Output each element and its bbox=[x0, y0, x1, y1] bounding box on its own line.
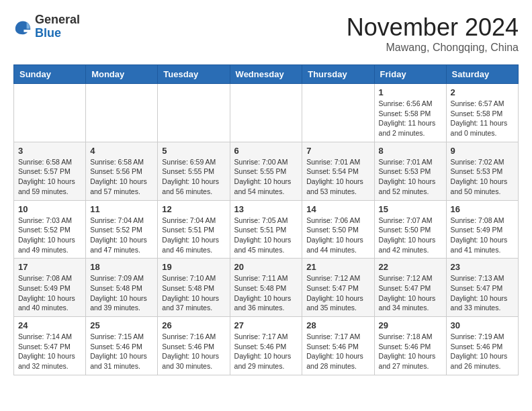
day-info: Sunrise: 7:01 AM Sunset: 5:54 PM Dayligh… bbox=[306, 157, 369, 197]
calendar-week-5: 24Sunrise: 7:14 AM Sunset: 5:47 PM Dayli… bbox=[14, 317, 519, 375]
day-number: 2 bbox=[451, 87, 514, 97]
calendar-cell: 13Sunrise: 7:05 AM Sunset: 5:51 PM Dayli… bbox=[230, 200, 302, 259]
day-info: Sunrise: 7:04 AM Sunset: 5:52 PM Dayligh… bbox=[90, 216, 153, 255]
day-info: Sunrise: 7:11 AM Sunset: 5:48 PM Dayligh… bbox=[234, 273, 298, 313]
day-number: 14 bbox=[306, 204, 369, 214]
day-info: Sunrise: 7:18 AM Sunset: 5:46 PM Dayligh… bbox=[379, 332, 442, 371]
day-header-thursday: Thursday bbox=[302, 65, 374, 84]
day-info: Sunrise: 7:02 AM Sunset: 5:53 PM Dayligh… bbox=[451, 157, 514, 197]
calendar-cell: 15Sunrise: 7:07 AM Sunset: 5:50 PM Dayli… bbox=[374, 200, 446, 259]
day-number: 1 bbox=[379, 87, 442, 97]
day-number: 26 bbox=[162, 320, 225, 330]
calendar-week-1: 1Sunrise: 6:56 AM Sunset: 5:58 PM Daylig… bbox=[14, 84, 519, 142]
calendar-cell: 5Sunrise: 6:59 AM Sunset: 5:55 PM Daylig… bbox=[158, 142, 230, 200]
calendar-cell bbox=[158, 84, 230, 142]
day-info: Sunrise: 7:14 AM Sunset: 5:47 PM Dayligh… bbox=[18, 332, 81, 371]
logo-icon bbox=[13, 17, 32, 36]
logo: General Blue bbox=[13, 13, 80, 40]
day-info: Sunrise: 6:59 AM Sunset: 5:55 PM Dayligh… bbox=[162, 157, 225, 197]
calendar-cell: 16Sunrise: 7:08 AM Sunset: 5:49 PM Dayli… bbox=[446, 200, 518, 259]
calendar-cell: 9Sunrise: 7:02 AM Sunset: 5:53 PM Daylig… bbox=[446, 142, 518, 200]
day-info: Sunrise: 7:04 AM Sunset: 5:51 PM Dayligh… bbox=[162, 216, 225, 255]
day-info: Sunrise: 7:05 AM Sunset: 5:51 PM Dayligh… bbox=[234, 216, 298, 255]
day-number: 10 bbox=[18, 204, 81, 214]
day-number: 24 bbox=[18, 320, 81, 330]
day-number: 21 bbox=[306, 262, 369, 272]
day-header-tuesday: Tuesday bbox=[158, 65, 230, 84]
calendar-cell: 25Sunrise: 7:15 AM Sunset: 5:46 PM Dayli… bbox=[86, 317, 158, 375]
day-info: Sunrise: 7:00 AM Sunset: 5:55 PM Dayligh… bbox=[234, 157, 298, 197]
day-info: Sunrise: 6:58 AM Sunset: 5:56 PM Dayligh… bbox=[90, 157, 153, 197]
day-info: Sunrise: 7:17 AM Sunset: 5:46 PM Dayligh… bbox=[306, 332, 369, 371]
calendar-cell bbox=[14, 84, 86, 142]
day-number: 27 bbox=[234, 320, 298, 330]
calendar-cell: 3Sunrise: 6:58 AM Sunset: 5:57 PM Daylig… bbox=[14, 142, 86, 200]
calendar-header-row: SundayMondayTuesdayWednesdayThursdayFrid… bbox=[14, 65, 519, 84]
day-number: 9 bbox=[451, 146, 514, 156]
calendar-cell: 1Sunrise: 6:56 AM Sunset: 5:58 PM Daylig… bbox=[374, 84, 446, 142]
day-number: 20 bbox=[234, 262, 298, 272]
calendar-cell: 18Sunrise: 7:09 AM Sunset: 5:48 PM Dayli… bbox=[86, 259, 158, 317]
day-number: 12 bbox=[162, 204, 225, 214]
calendar-cell: 28Sunrise: 7:17 AM Sunset: 5:46 PM Dayli… bbox=[302, 317, 374, 375]
day-number: 28 bbox=[306, 320, 369, 330]
calendar-cell bbox=[86, 84, 158, 142]
day-number: 23 bbox=[451, 262, 514, 272]
day-number: 13 bbox=[234, 204, 298, 214]
calendar-cell: 17Sunrise: 7:08 AM Sunset: 5:49 PM Dayli… bbox=[14, 259, 86, 317]
calendar-cell: 4Sunrise: 6:58 AM Sunset: 5:56 PM Daylig… bbox=[86, 142, 158, 200]
calendar-cell: 23Sunrise: 7:13 AM Sunset: 5:47 PM Dayli… bbox=[446, 259, 518, 317]
day-info: Sunrise: 7:16 AM Sunset: 5:46 PM Dayligh… bbox=[162, 332, 225, 371]
calendar-cell bbox=[230, 84, 302, 142]
day-number: 7 bbox=[306, 146, 369, 156]
day-info: Sunrise: 7:07 AM Sunset: 5:50 PM Dayligh… bbox=[379, 216, 442, 255]
calendar-cell: 7Sunrise: 7:01 AM Sunset: 5:54 PM Daylig… bbox=[302, 142, 374, 200]
day-info: Sunrise: 7:10 AM Sunset: 5:48 PM Dayligh… bbox=[162, 273, 225, 313]
day-number: 22 bbox=[379, 262, 442, 272]
calendar-cell: 11Sunrise: 7:04 AM Sunset: 5:52 PM Dayli… bbox=[86, 200, 158, 259]
calendar-cell: 30Sunrise: 7:19 AM Sunset: 5:46 PM Dayli… bbox=[446, 317, 518, 375]
day-number: 25 bbox=[90, 320, 153, 330]
day-number: 5 bbox=[162, 146, 225, 156]
calendar-table: SundayMondayTuesdayWednesdayThursdayFrid… bbox=[13, 64, 519, 375]
day-info: Sunrise: 7:03 AM Sunset: 5:52 PM Dayligh… bbox=[18, 216, 81, 255]
title-block: November 2024 Mawang, Chongqing, China bbox=[347, 13, 519, 54]
calendar-week-2: 3Sunrise: 6:58 AM Sunset: 5:57 PM Daylig… bbox=[14, 142, 519, 200]
calendar-cell: 29Sunrise: 7:18 AM Sunset: 5:46 PM Dayli… bbox=[374, 317, 446, 375]
day-info: Sunrise: 7:15 AM Sunset: 5:46 PM Dayligh… bbox=[90, 332, 153, 371]
day-number: 6 bbox=[234, 146, 298, 156]
calendar-cell: 6Sunrise: 7:00 AM Sunset: 5:55 PM Daylig… bbox=[230, 142, 302, 200]
day-number: 8 bbox=[379, 146, 442, 156]
calendar-cell: 27Sunrise: 7:17 AM Sunset: 5:46 PM Dayli… bbox=[230, 317, 302, 375]
day-number: 4 bbox=[90, 146, 153, 156]
day-info: Sunrise: 7:01 AM Sunset: 5:53 PM Dayligh… bbox=[379, 157, 442, 197]
day-header-wednesday: Wednesday bbox=[230, 65, 302, 84]
day-info: Sunrise: 7:06 AM Sunset: 5:50 PM Dayligh… bbox=[306, 216, 369, 255]
day-number: 15 bbox=[379, 204, 442, 214]
calendar-week-4: 17Sunrise: 7:08 AM Sunset: 5:49 PM Dayli… bbox=[14, 259, 519, 317]
day-info: Sunrise: 7:19 AM Sunset: 5:46 PM Dayligh… bbox=[451, 332, 514, 371]
calendar-cell: 26Sunrise: 7:16 AM Sunset: 5:46 PM Dayli… bbox=[158, 317, 230, 375]
month-title: November 2024 bbox=[347, 13, 519, 42]
day-info: Sunrise: 7:08 AM Sunset: 5:49 PM Dayligh… bbox=[18, 273, 81, 313]
calendar-cell: 21Sunrise: 7:12 AM Sunset: 5:47 PM Dayli… bbox=[302, 259, 374, 317]
day-number: 18 bbox=[90, 262, 153, 272]
calendar-cell: 22Sunrise: 7:12 AM Sunset: 5:47 PM Dayli… bbox=[374, 259, 446, 317]
day-number: 16 bbox=[451, 204, 514, 214]
day-info: Sunrise: 7:12 AM Sunset: 5:47 PM Dayligh… bbox=[306, 273, 369, 313]
day-number: 19 bbox=[162, 262, 225, 272]
day-number: 11 bbox=[90, 204, 153, 214]
day-info: Sunrise: 7:12 AM Sunset: 5:47 PM Dayligh… bbox=[379, 273, 442, 313]
calendar-week-3: 10Sunrise: 7:03 AM Sunset: 5:52 PM Dayli… bbox=[14, 200, 519, 259]
day-header-saturday: Saturday bbox=[446, 65, 518, 84]
calendar-cell: 19Sunrise: 7:10 AM Sunset: 5:48 PM Dayli… bbox=[158, 259, 230, 317]
day-info: Sunrise: 6:58 AM Sunset: 5:57 PM Dayligh… bbox=[18, 157, 81, 197]
location: Mawang, Chongqing, China bbox=[347, 42, 519, 54]
calendar-cell: 12Sunrise: 7:04 AM Sunset: 5:51 PM Dayli… bbox=[158, 200, 230, 259]
day-header-friday: Friday bbox=[374, 65, 446, 84]
day-number: 29 bbox=[379, 320, 442, 330]
calendar-cell: 2Sunrise: 6:57 AM Sunset: 5:58 PM Daylig… bbox=[446, 84, 518, 142]
day-info: Sunrise: 7:17 AM Sunset: 5:46 PM Dayligh… bbox=[234, 332, 298, 371]
calendar-cell bbox=[302, 84, 374, 142]
day-info: Sunrise: 7:13 AM Sunset: 5:47 PM Dayligh… bbox=[451, 273, 514, 313]
